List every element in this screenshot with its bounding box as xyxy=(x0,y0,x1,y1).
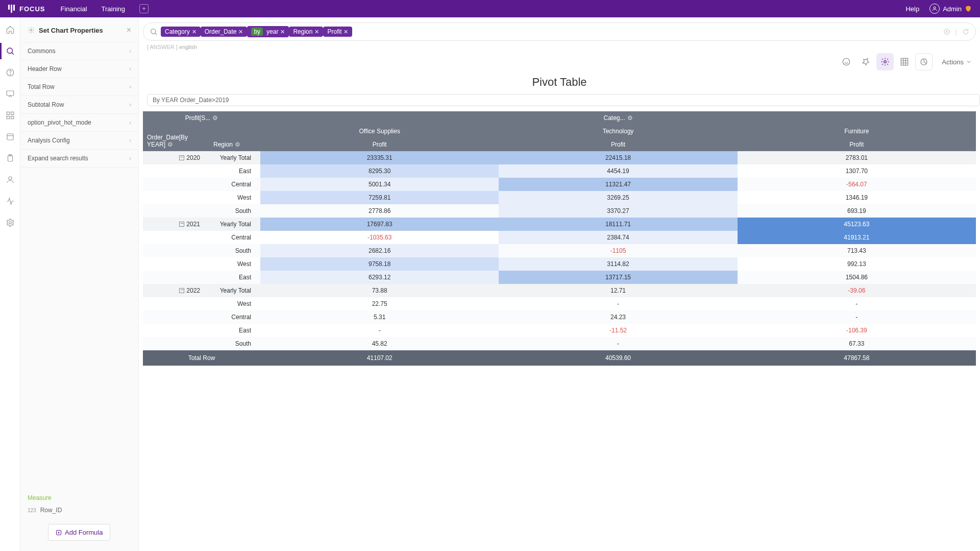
region-cell[interactable]: East xyxy=(209,324,260,337)
add-formula-button[interactable]: Add Formula xyxy=(48,524,110,541)
pivot-cell[interactable]: 8295.30 xyxy=(260,164,499,178)
pivot-cell[interactable]: 24.23 xyxy=(499,310,737,324)
cat-furniture[interactable]: Furniture xyxy=(738,125,976,138)
pivot-cell[interactable]: 1346.19 xyxy=(738,191,976,204)
pivot-cell[interactable]: 9758.18 xyxy=(260,257,499,271)
pivot-cell[interactable]: 12.71 xyxy=(499,284,737,297)
region-cell[interactable]: Central xyxy=(209,231,260,244)
pivot-cell[interactable]: 41913.21 xyxy=(738,231,976,244)
pivot-cell[interactable]: 73.88 xyxy=(260,284,499,297)
gear-icon[interactable]: ⚙ xyxy=(627,114,633,122)
pivot-cell[interactable]: 3370.27 xyxy=(499,204,737,218)
year-cell[interactable]: 2022 xyxy=(143,284,209,297)
pivot-cell[interactable]: 67.33 xyxy=(738,337,976,350)
pill-remove-icon[interactable]: ✕ xyxy=(280,29,285,35)
pivot-cell[interactable]: 4454.19 xyxy=(499,164,737,178)
pivot-cell[interactable]: 23335.31 xyxy=(260,151,499,164)
row-dim-1[interactable]: Order_Date[By YEAR]⚙ xyxy=(143,125,209,151)
pivot-cell[interactable]: 7259.81 xyxy=(260,191,499,204)
collapse-icon[interactable] xyxy=(179,222,184,227)
comment-icon[interactable] xyxy=(838,53,855,70)
add-tab-button[interactable]: + xyxy=(139,4,149,13)
pivot-cell[interactable]: -106.39 xyxy=(738,324,976,337)
search-bar[interactable]: Category ✕Order_Date ✕byyear ✕Region ✕Pr… xyxy=(143,22,976,41)
region-cell[interactable]: Central xyxy=(209,178,260,191)
region-cell[interactable]: South xyxy=(209,204,260,218)
region-cell[interactable]: East xyxy=(209,164,260,178)
collapse-icon[interactable] xyxy=(179,288,184,293)
help-link[interactable]: Help xyxy=(905,5,919,13)
pivot-cell[interactable]: 45.82 xyxy=(260,337,499,350)
pivot-cell[interactable]: 6293.12 xyxy=(260,271,499,284)
pivot-cell[interactable]: 18111.71 xyxy=(499,218,737,231)
panel-item[interactable]: Subtotal Row› xyxy=(20,96,138,114)
pivot-cell[interactable]: 5.31 xyxy=(260,310,499,324)
pivot-cell[interactable]: 992.13 xyxy=(738,257,976,271)
refresh-search-icon[interactable] xyxy=(962,28,969,36)
pivot-cell[interactable]: 3269.25 xyxy=(499,191,737,204)
gear-icon[interactable]: ⚙ xyxy=(235,141,240,148)
pivot-cell[interactable]: 17697.83 xyxy=(260,218,499,231)
panel-item[interactable]: Header Row› xyxy=(20,60,138,78)
pill-remove-icon[interactable]: ✕ xyxy=(344,29,348,35)
layers-icon[interactable] xyxy=(5,132,15,142)
pivot-cell[interactable]: 13717.15 xyxy=(499,271,737,284)
pivot-cell[interactable]: - xyxy=(260,324,499,337)
search-pill[interactable]: byyear ✕ xyxy=(247,26,289,37)
pivot-cell[interactable]: -1105 xyxy=(499,244,737,257)
panel-item[interactable]: Total Row› xyxy=(20,78,138,96)
pivot-cell[interactable]: 11321.47 xyxy=(499,178,737,191)
region-cell[interactable]: Central xyxy=(209,310,260,324)
region-cell[interactable]: West xyxy=(209,257,260,271)
measure-header[interactable]: Profit[S...⚙ xyxy=(143,111,260,125)
panel-item[interactable]: option_pivot_hot_mode› xyxy=(20,114,138,132)
pivot-cell[interactable]: 1504.86 xyxy=(738,271,976,284)
table-view-icon[interactable] xyxy=(896,53,913,70)
search-pill[interactable]: Order_Date ✕ xyxy=(201,27,248,37)
actions-menu[interactable]: Actions xyxy=(942,58,972,66)
pill-remove-icon[interactable]: ✕ xyxy=(192,29,197,35)
pivot-cell[interactable]: 3114.82 xyxy=(499,257,737,271)
panel-item[interactable]: Commons› xyxy=(20,42,138,60)
pivot-cell[interactable]: 713.43 xyxy=(738,244,976,257)
panel-item[interactable]: Analysis Config› xyxy=(20,132,138,150)
pivot-cell[interactable]: -11.52 xyxy=(499,324,737,337)
nav-financial[interactable]: Financial xyxy=(61,5,87,13)
cat-office[interactable]: Office Supplies xyxy=(260,125,499,138)
panel-item[interactable]: Expand search results› xyxy=(20,150,138,167)
measure-row[interactable]: 123 Row_ID xyxy=(28,507,131,514)
region-cell[interactable]: East xyxy=(209,271,260,284)
pivot-cell[interactable]: 45123.63 xyxy=(738,218,976,231)
year-cell[interactable]: 2020 xyxy=(143,151,209,164)
brand-logo[interactable]: FOCUS xyxy=(8,5,45,13)
activity-icon[interactable] xyxy=(5,196,15,206)
year-cell[interactable]: 2021 xyxy=(143,218,209,231)
region-cell[interactable]: South xyxy=(209,244,260,257)
clipboard-icon[interactable] xyxy=(5,153,15,163)
pivot-cell[interactable]: -1035.63 xyxy=(260,231,499,244)
user-menu[interactable]: Admin xyxy=(929,4,972,14)
panel-close-button[interactable]: × xyxy=(127,26,131,35)
row-dim-2[interactable]: Region⚙ xyxy=(209,125,260,151)
nav-training[interactable]: Training xyxy=(102,5,125,13)
pivot-cell[interactable]: -39.06 xyxy=(738,284,976,297)
pivot-cell[interactable]: 1307.70 xyxy=(738,164,976,178)
presentation-icon[interactable] xyxy=(5,89,15,99)
pivot-cell[interactable]: 2778.86 xyxy=(260,204,499,218)
region-cell[interactable]: West xyxy=(209,191,260,204)
filter-chip[interactable]: By YEAR Order_Date>2019 xyxy=(147,94,980,106)
home-icon[interactable] xyxy=(5,25,15,35)
grid-icon[interactable] xyxy=(5,110,15,121)
pivot-cell[interactable]: 2384.74 xyxy=(499,231,737,244)
cat-technology[interactable]: Technology xyxy=(499,125,737,138)
chart-type-icon[interactable] xyxy=(915,53,933,70)
pivot-cell[interactable]: - xyxy=(738,310,976,324)
gear-icon[interactable]: ⚙ xyxy=(167,141,173,148)
pivot-cell[interactable]: -564.07 xyxy=(738,178,976,191)
pivot-cell[interactable]: 22415.18 xyxy=(499,151,737,164)
search-rail-icon[interactable] xyxy=(5,46,15,56)
collapse-icon[interactable] xyxy=(179,155,184,160)
search-pill[interactable]: Region ✕ xyxy=(289,27,323,37)
settings-rail-icon[interactable] xyxy=(5,218,15,228)
pivot-cell[interactable]: 22.75 xyxy=(260,297,499,310)
